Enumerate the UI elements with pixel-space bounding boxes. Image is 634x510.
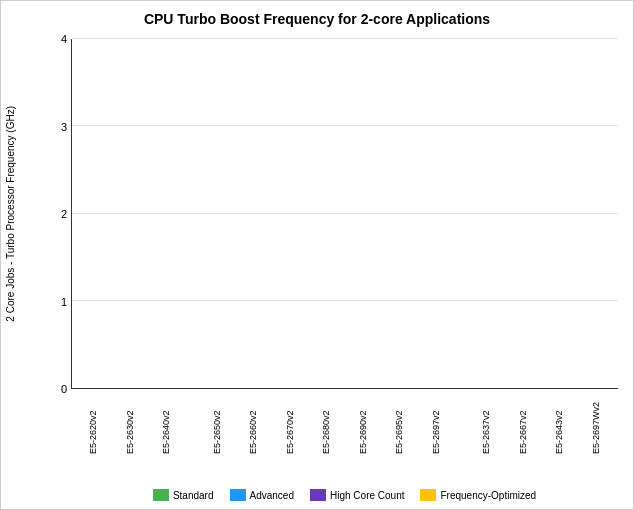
y-tick-4: 4 <box>39 33 67 45</box>
legend-color-freqopt <box>420 489 436 501</box>
y-tick-1: 1 <box>39 296 67 308</box>
legend-standard: Standard <box>153 489 214 501</box>
legend-label-advanced: Advanced <box>250 490 294 501</box>
x-label-5: E5-2670v2 <box>272 399 309 454</box>
x-label-3: E5-2650v2 <box>199 399 236 454</box>
x-label-11: E5-2667v2 <box>505 399 542 454</box>
legend-color-advanced <box>230 489 246 501</box>
y-axis-label: 2 Core Jobs - Turbo Processor Frequency … <box>5 106 16 322</box>
legend: Standard Advanced High Core Count Freque… <box>71 489 618 501</box>
y-tick-3: 3 <box>39 121 67 133</box>
legend-color-standard <box>153 489 169 501</box>
chart-title: CPU Turbo Boost Frequency for 2-core App… <box>1 1 633 27</box>
legend-freq-opt: Frequency-Optimized <box>420 489 536 501</box>
legend-color-highcore <box>310 489 326 501</box>
x-label-7: E5-2690v2 <box>345 399 382 454</box>
x-label-13: E5-2697Wv2 <box>578 399 615 454</box>
x-label-8: E5-2695v2 <box>381 399 418 454</box>
x-label-10: E5-2637v2 <box>468 399 505 454</box>
y-tick-0: 0 <box>39 383 67 395</box>
x-label-6: E5-2680v2 <box>308 399 345 454</box>
x-label-1: E5-2630v2 <box>112 399 149 454</box>
x-label-2: E5-2640v2 <box>148 399 185 454</box>
x-label-4: E5-2660v2 <box>235 399 272 454</box>
x-label-12: E5-2643v2 <box>541 399 578 454</box>
x-label-0: E5-2620v2 <box>75 399 112 454</box>
bars-container <box>72 39 618 388</box>
legend-label-standard: Standard <box>173 490 214 501</box>
legend-label-freqopt: Frequency-Optimized <box>440 490 536 501</box>
y-tick-2: 2 <box>39 208 67 220</box>
chart-container: CPU Turbo Boost Frequency for 2-core App… <box>0 0 634 510</box>
legend-advanced: Advanced <box>230 489 294 501</box>
legend-label-highcore: High Core Count <box>330 490 404 501</box>
x-labels-container: E5-2620v2E5-2630v2E5-2640v2E5-2650v2E5-2… <box>71 399 618 454</box>
y-axis-label-container: 2 Core Jobs - Turbo Processor Frequency … <box>1 39 19 389</box>
chart-inner <box>71 39 618 389</box>
x-label-9: E5-2697v2 <box>418 399 455 454</box>
legend-high-core: High Core Count <box>310 489 404 501</box>
